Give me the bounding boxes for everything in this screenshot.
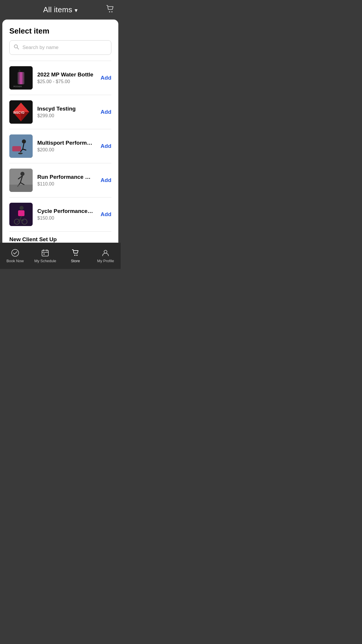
nav-label-my-schedule: My Schedule — [34, 259, 56, 263]
list-item: Multisport Performance C... $200.00 Add — [9, 129, 111, 163]
item-name: Inscyd Testing — [37, 106, 94, 112]
water-bottle-thumb-svg: ROGER — [9, 66, 33, 90]
svg-rect-31 — [43, 253, 45, 255]
item-price: $299.00 — [37, 113, 94, 118]
header-filter-dropdown[interactable]: All items ▾ — [43, 5, 78, 14]
svg-text:ROGER: ROGER — [13, 85, 22, 88]
list-item: INSCYD Inscyd Testing $299.00 Add — [9, 95, 111, 129]
svg-rect-20 — [9, 185, 33, 192]
chevron-down-icon: ▾ — [75, 7, 78, 14]
content-card: Select item ROGER — [2, 20, 118, 243]
item-name: Run Performance Program... — [37, 174, 94, 180]
svg-point-1 — [111, 11, 113, 12]
run-thumb-svg — [9, 169, 33, 192]
nav-label-store: Store — [71, 259, 80, 263]
select-item-title: Select item — [9, 27, 111, 36]
svg-point-26 — [12, 249, 19, 256]
header: All items ▾ — [0, 0, 121, 20]
svg-rect-6 — [17, 72, 24, 84]
card-header: Select item — [2, 20, 118, 61]
item-price: $25.00 - $75.00 — [37, 79, 94, 84]
svg-rect-17 — [12, 146, 21, 151]
item-price: $150.00 — [37, 216, 94, 221]
list-item: ROGER 2022 MP Water Bottle $25.00 - $75.… — [9, 61, 111, 95]
bottom-nav: Book Now My Schedule Store My Profile — [0, 243, 121, 269]
add-button-multisport[interactable]: Add — [98, 142, 111, 150]
search-container — [9, 40, 111, 55]
add-button-run[interactable]: Add — [98, 176, 111, 185]
nav-item-store[interactable]: Store — [60, 243, 91, 269]
svg-point-33 — [76, 255, 78, 256]
person-icon — [101, 249, 110, 257]
cycle-thumb-svg — [9, 203, 33, 226]
svg-rect-14 — [9, 134, 33, 158]
nav-item-my-profile[interactable]: My Profile — [91, 243, 121, 269]
check-circle-icon — [11, 249, 19, 257]
item-info: Multisport Performance C... $200.00 — [37, 140, 94, 153]
nav-item-my-schedule[interactable]: My Schedule — [30, 243, 61, 269]
item-thumbnail-multisport — [9, 134, 33, 158]
partial-item-name: New Client Set Up — [9, 236, 111, 243]
item-info: Inscyd Testing $299.00 — [37, 106, 94, 118]
item-price: $200.00 — [37, 147, 94, 153]
svg-point-32 — [74, 255, 75, 256]
search-icon — [13, 44, 19, 51]
item-name: Cycle Performance Progra... — [37, 208, 94, 214]
inscyd-thumb-svg: INSCYD — [9, 100, 33, 124]
item-info: Run Performance Program... $110.00 — [37, 174, 94, 187]
item-info: 2022 MP Water Bottle $25.00 - $75.00 — [37, 71, 94, 84]
list-item: Cycle Performance Progra... $150.00 Add — [9, 197, 111, 231]
svg-line-3 — [17, 48, 19, 49]
svg-point-34 — [104, 250, 107, 253]
add-button-water-bottle[interactable]: Add — [98, 74, 111, 82]
nav-item-book-now[interactable]: Book Now — [0, 243, 30, 269]
cart-svg-icon — [106, 4, 115, 13]
multisport-thumb-svg — [9, 134, 33, 158]
svg-point-0 — [109, 11, 110, 12]
cart-icon[interactable] — [106, 4, 115, 15]
nav-label-my-profile: My Profile — [97, 259, 114, 263]
partial-item: New Client Set Up — [9, 232, 111, 243]
add-button-inscyd[interactable]: Add — [98, 108, 111, 116]
items-list: ROGER 2022 MP Water Bottle $25.00 - $75.… — [2, 61, 118, 243]
svg-point-22 — [20, 206, 24, 210]
svg-point-16 — [18, 153, 23, 154]
item-name: 2022 MP Water Bottle — [37, 71, 94, 78]
add-button-cycle[interactable]: Add — [98, 210, 111, 219]
item-info: Cycle Performance Progra... $150.00 — [37, 208, 94, 221]
header-title: All items — [43, 5, 72, 14]
item-price: $110.00 — [37, 181, 94, 187]
item-thumbnail-cycle — [9, 203, 33, 226]
item-name: Multisport Performance C... — [37, 140, 94, 146]
item-thumbnail-run — [9, 169, 33, 192]
svg-rect-27 — [42, 250, 48, 256]
svg-point-19 — [20, 172, 24, 176]
svg-rect-23 — [18, 210, 24, 216]
calendar-icon — [41, 249, 49, 257]
item-thumbnail-water-bottle: ROGER — [9, 66, 33, 90]
svg-text:INSCYD: INSCYD — [13, 111, 24, 114]
search-input[interactable] — [9, 40, 111, 55]
svg-point-15 — [22, 139, 26, 144]
list-item: Run Performance Program... $110.00 Add — [9, 163, 111, 197]
store-cart-icon — [71, 249, 80, 257]
svg-rect-5 — [19, 70, 20, 72]
nav-label-book-now: Book Now — [6, 259, 24, 263]
item-thumbnail-inscyd: INSCYD — [9, 100, 33, 124]
